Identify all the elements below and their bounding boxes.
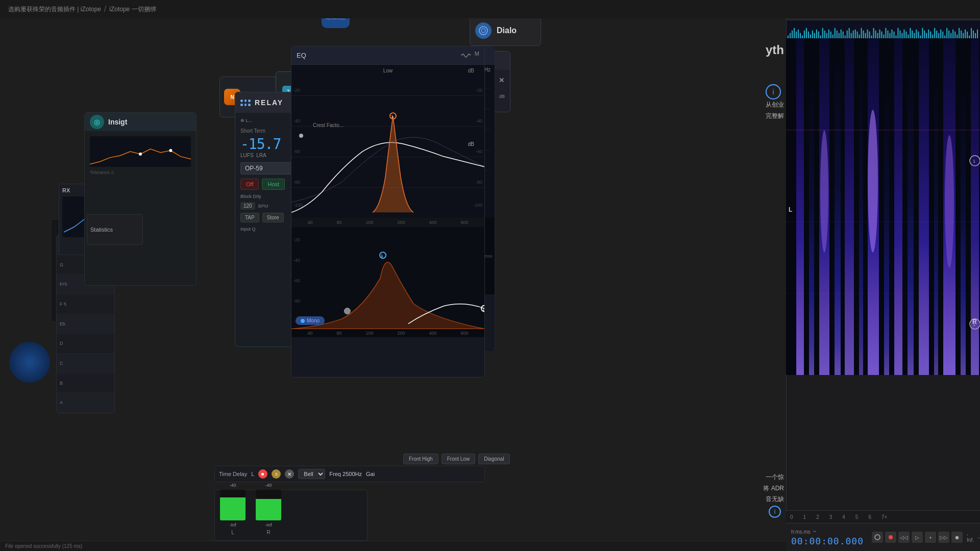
transport-record-button[interactable] <box>885 532 896 543</box>
td-freq-label: Freq 2500Hz <box>329 471 362 477</box>
eq-curve-svg: 1 <box>291 65 484 218</box>
svg-rect-137 <box>835 64 841 375</box>
insight-panel: ◎ Insigt Tolerance 2. <box>84 112 197 286</box>
relay-off-button[interactable]: Off <box>240 179 259 190</box>
timeline-0: 0 <box>790 514 793 520</box>
front-low-button[interactable]: Front Low <box>442 454 475 464</box>
transport-buttons: ◁◁ ▷ ▪ ▷▷ ⏺ <box>872 532 963 543</box>
status-message: File opened successfully (125 ms) <box>5 543 82 549</box>
rx-panel: RX ADVANCED Lead Vocal.wav × <box>786 0 980 551</box>
timeline-bar: 0 1 2 3 4 5 6 7+ <box>786 510 980 523</box>
right-text-chinese-footer: 一个惊 将 ADR 音无缺 <box>763 472 784 505</box>
transport-record2-button[interactable]: ⏺ <box>951 532 963 543</box>
status-bar: File opened successfully (125 ms) <box>0 541 786 551</box>
svg-rect-134 <box>796 38 804 375</box>
right-channel-label: R <box>266 530 270 535</box>
transport-fastfwd-button[interactable]: ▷▷ <box>938 532 949 543</box>
diagonal-button[interactable]: Diagonal <box>478 454 509 464</box>
left-channel-label: L <box>231 530 234 535</box>
svg-text:1: 1 <box>391 114 394 119</box>
eq-header: EQ M <box>291 46 484 65</box>
piano-key-a[interactable]: A <box>57 393 114 413</box>
transport-stop-button[interactable]: ▪ <box>925 532 936 543</box>
svg-rect-139 <box>859 79 863 375</box>
timeline-7: 7+ <box>881 514 887 520</box>
breadcrumb-1: 选购屡获殊荣的音频插件 | iZotope <box>8 5 101 14</box>
svg-rect-147 <box>961 94 966 375</box>
td-record-btn[interactable]: ⏺ <box>258 469 267 479</box>
eq-wave-icon <box>460 51 471 61</box>
transport-controls-left: h:ms.ms 00:00:00.000 <box>791 529 864 546</box>
eq-canvas: -20 -40 -60 -80 -100 -20 -40 -60 -80 -10… <box>291 65 484 218</box>
timeline-4: 4 <box>842 514 845 520</box>
eq-lower-canvas: -20 -40 -60 -80 -100 1 1 Mono <box>291 227 484 329</box>
piano-key-f5[interactable]: F 5 <box>57 294 114 314</box>
level-meters: -40 -Inf L -40 -Inf R <box>214 490 368 541</box>
svg-point-31 <box>481 29 485 33</box>
svg-text:1: 1 <box>973 322 975 327</box>
speaker-buttons: Front High Front Low Diagonal <box>403 454 510 464</box>
relay-tap-button[interactable]: TAP <box>240 213 259 222</box>
relay-title: RELAY <box>255 98 283 107</box>
relay-bpm-value: 120 <box>240 202 255 210</box>
svg-rect-141 <box>884 99 889 375</box>
breadcrumb-2: iZotope 一切捆绑 <box>109 5 156 14</box>
svg-point-0 <box>139 153 142 156</box>
front-high-button[interactable]: Front High <box>403 454 438 464</box>
td-gain-label: Gai <box>366 471 375 477</box>
svg-point-149 <box>820 130 828 253</box>
right-channel-meter: -40 -Inf R <box>256 483 281 535</box>
relay-bpm-label: BPM <box>258 204 268 209</box>
eq-lower-freq-labels: 40 80 100 200 400 600 <box>291 329 484 337</box>
left-meter-bar <box>220 497 246 520</box>
info-icon-overlay-2[interactable]: i <box>769 506 781 518</box>
insight-title: Insigt <box>108 118 127 126</box>
relay-store-button[interactable]: Store <box>262 213 284 222</box>
crest-factor-label: Crest Facto... <box>287 120 369 130</box>
timeline-3: 3 <box>829 514 832 520</box>
svg-rect-135 <box>809 89 814 375</box>
nectar-close-button[interactable]: ✕ <box>499 76 505 84</box>
right-text-chinese: 从创业 完整解 <box>766 99 784 121</box>
td-bell-select[interactable]: Bell <box>298 469 325 479</box>
transport-rewind-button[interactable]: ◁◁ <box>898 532 910 543</box>
dialo-title: Dialo <box>497 26 517 35</box>
eq-title: EQ <box>297 52 306 59</box>
eq-low-label: Low <box>383 68 393 73</box>
transport-time-display: 00:00:00.000 <box>791 536 864 546</box>
left-meter-bar-container <box>220 490 246 520</box>
transport-play-button[interactable]: ▷ <box>912 532 923 543</box>
left-inf-label: -Inf <box>229 522 236 528</box>
svg-rect-145 <box>934 84 938 375</box>
right-meter-bar <box>256 499 281 520</box>
svg-point-8 <box>344 308 350 314</box>
mono-label[interactable]: Mono <box>307 318 320 323</box>
insight-tolerance: Tolerance 2. <box>90 170 191 175</box>
music-logo <box>9 342 50 383</box>
svg-text:1: 1 <box>381 254 383 258</box>
svg-point-151 <box>945 135 954 268</box>
relay-host-button[interactable]: Host <box>262 179 285 190</box>
piano-key-b[interactable]: B <box>57 373 114 393</box>
transport-loop-button[interactable] <box>872 532 883 543</box>
transport-bar: h:ms.ms 00:00:00.000 ◁◁ ▷ ▪ ▷▷ ⏺ <box>786 523 980 551</box>
piano-key-c[interactable]: C <box>57 354 114 373</box>
svg-point-163 <box>875 535 880 540</box>
dialo-icon <box>475 22 492 39</box>
breadcrumb-sep: / <box>104 5 106 14</box>
piano-key-d[interactable]: D <box>57 334 114 354</box>
left-meter-db: -40 <box>229 483 236 488</box>
svg-point-150 <box>868 110 878 253</box>
hms-dropdown-icon <box>812 529 817 534</box>
td-s-btn[interactable]: S <box>272 469 281 479</box>
time-delay-bar: Time Delay L ⏺ S ✕ Bell Freq 2500Hz Gai <box>214 466 485 482</box>
time-delay-label: Time Delay <box>219 471 247 477</box>
info-icon-overlay[interactable]: i <box>766 84 781 99</box>
relay-icon <box>240 97 251 108</box>
statistics-panel: Statistics <box>87 214 143 245</box>
piano-key-eb[interactable]: Eb <box>57 314 114 334</box>
td-close-btn[interactable]: ✕ <box>285 469 294 479</box>
svg-rect-142 <box>894 38 902 375</box>
spectrogram-visual: L R 1 1 <box>786 38 980 375</box>
dialo-panel: Dialo <box>470 15 541 46</box>
